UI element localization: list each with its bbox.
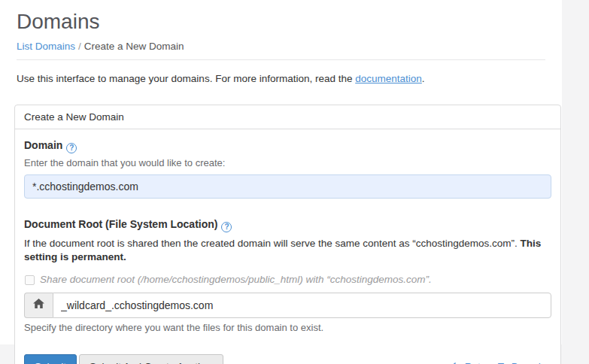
viewport: Domains List Domains/Create a New Domain… [0,0,589,364]
docroot-input[interactable] [53,293,551,318]
panel-header: Create a New Domain [15,105,560,129]
submit-button[interactable]: Submit [24,354,77,364]
home-icon [33,299,44,312]
domain-help-icon[interactable]: ? [66,143,77,153]
docroot-addon [24,293,53,318]
return-link-label: Return To Domains [465,361,551,364]
docroot-input-group [24,293,551,318]
actions-row: Submit Submit And Create Another Return … [24,354,551,364]
domain-form-group: Domain? Enter the domain that you would … [24,138,551,199]
breadcrumb-link-list-domains[interactable]: List Domains [17,41,75,52]
docroot-label: Document Root (File System Location) [24,218,217,230]
panel-body: Domain? Enter the domain that you would … [15,129,560,364]
page-header: Domains List Domains/Create a New Domain [0,0,562,60]
domain-input[interactable] [24,174,551,199]
create-domain-panel: Create a New Domain Domain? Enter the do… [14,105,561,364]
share-docroot-row: Share document root (/home/cchostingdemo… [25,274,551,285]
domain-hint: Enter the domain that you would like to … [24,157,551,168]
documentation-link[interactable]: documentation [355,73,422,84]
return-to-domains-link[interactable]: Return To Domains [451,361,551,364]
description-period: . [422,73,425,84]
page-title: Domains [17,10,545,34]
docroot-hint: Specify the directory where you want the… [24,322,551,333]
breadcrumb-current: Create a New Domain [84,41,184,52]
docroot-form-group: Document Root (File System Location)? If… [24,217,551,332]
docroot-help-icon[interactable]: ? [221,222,232,232]
submit-and-create-another-button[interactable]: Submit And Create Another [79,354,223,364]
breadcrumb-separator: / [78,41,81,52]
domain-label: Domain [24,139,62,151]
docroot-description: If the document root is shared then the … [24,237,551,264]
description-text: Use this interface to manage your domain… [17,73,355,84]
share-docroot-checkbox[interactable] [25,275,35,285]
breadcrumb: List Domains/Create a New Domain [17,41,545,52]
page-content: Domains List Domains/Create a New Domain… [0,0,562,344]
share-docroot-label: Share document root (/home/cchostingdemo… [40,274,432,285]
docroot-description-text: If the document root is shared then the … [24,238,521,249]
page-description: Use this interface to manage your domain… [0,60,562,84]
